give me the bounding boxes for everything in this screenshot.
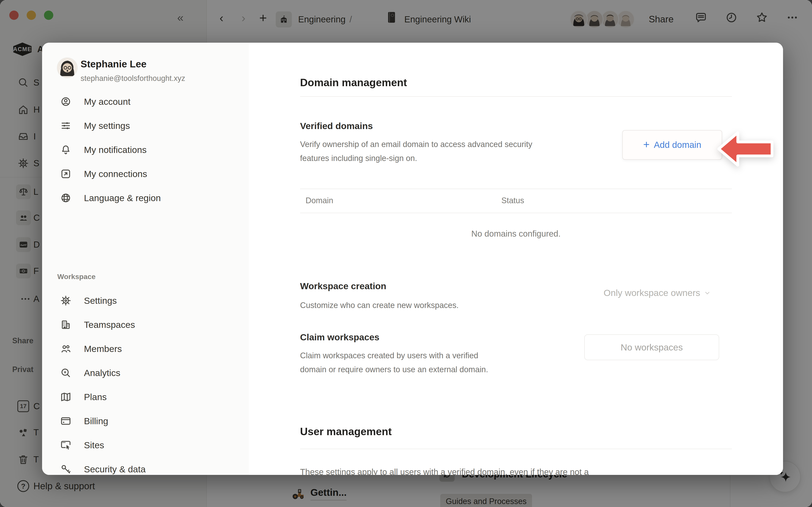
sliders-icon [60,120,72,131]
settings-nav-security-data[interactable]: Security & data [50,457,241,475]
gear-icon [60,295,72,306]
members-icon [60,343,72,355]
settings-nav-my-notifications[interactable]: My notifications [50,138,241,162]
bell-icon [60,144,72,156]
settings-modal: Stephanie Lee stephanie@toolsforthought.… [42,43,783,475]
workspace-section-label: Workspace [57,273,96,281]
credit-card-icon [60,415,72,427]
table-top-border [300,189,732,189]
annotation-arrow-icon [716,129,775,169]
magnifier-sparkle-icon [60,367,72,379]
settings-nav-teamspaces[interactable]: Teamspaces [50,313,241,337]
building-icon [60,319,72,331]
settings-nav-my-settings[interactable]: My settings [50,114,241,138]
plus-icon: + [643,139,650,150]
settings-nav-members[interactable]: Members [50,337,241,361]
settings-sidebar: Stephanie Lee stephanie@toolsforthought.… [42,43,249,475]
claim-workspaces-heading: Claim workspaces [300,332,379,342]
arrow-out-box-icon [60,168,72,180]
page-title: Domain management [300,76,407,89]
browser-cursor-icon [60,439,72,451]
chevron-down-icon [704,289,711,297]
verified-domains-description: Verify ownership of an email domain to a… [300,137,532,165]
workspace-creation-description: Customize who can create new workspaces. [300,298,459,312]
table-bottom-border [300,213,732,213]
section-divider [300,96,732,97]
settings-content: Domain management Verified domains Verif… [249,43,783,475]
table-empty-state: No domains configured. [300,229,732,238]
workspace-creation-heading: Workspace creation [300,281,386,291]
map-icon [60,391,72,403]
user-name: Stephanie Lee [81,58,147,70]
user-email: stephanie@toolsforthought.xyz [81,74,185,83]
settings-nav-sites[interactable]: Sites [50,433,241,457]
workspace-creation-dropdown[interactable]: Only workspace owners [604,288,711,298]
claim-workspaces-description: Claim workspaces created by users with a… [300,349,488,377]
table-header-status: Status [501,196,524,205]
table-header-domain: Domain [306,196,333,205]
app-window: « ACME A S H I S L [0,0,812,507]
settings-nav-my-connections[interactable]: My connections [50,162,241,186]
person-circle-icon [60,96,72,108]
user-avatar [57,58,77,78]
key-icon [60,463,72,475]
no-workspaces-button[interactable]: No workspaces [584,334,719,360]
user-management-clipped-text: These settings apply to all users with a… [300,467,589,475]
settings-nav-my-account[interactable]: My account [50,90,241,114]
section-divider [300,449,732,449]
verified-domains-heading: Verified domains [300,121,373,131]
settings-nav-billing[interactable]: Billing [50,409,241,433]
globe-icon [60,192,72,204]
settings-nav-analytics[interactable]: Analytics [50,361,241,385]
add-domain-button[interactable]: + Add domain [622,130,722,160]
settings-nav-plans[interactable]: Plans [50,385,241,409]
settings-nav-language-region[interactable]: Language & region [50,186,241,210]
user-management-heading: User management [300,426,392,438]
settings-nav-settings[interactable]: Settings [50,289,241,313]
